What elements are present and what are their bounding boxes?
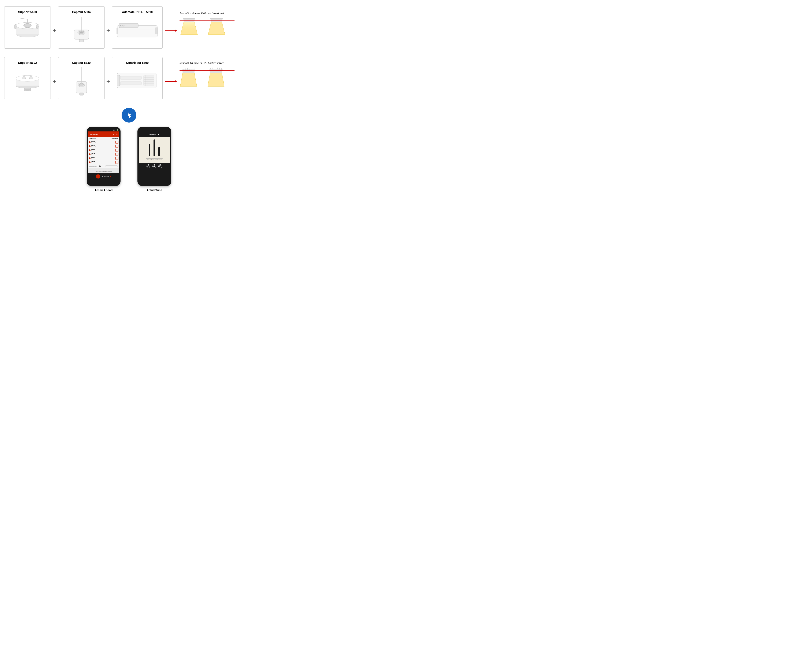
tune-btn-3[interactable] xyxy=(159,165,162,168)
svg-marker-78 xyxy=(208,73,224,87)
product-controleur-5609: Contrôleur 5609 Helv xyxy=(112,57,163,99)
svg-line-85 xyxy=(221,68,222,70)
adaptateur-5610-title: Adaptateur DALI 5610 xyxy=(122,11,153,14)
svg-rect-67 xyxy=(120,82,142,85)
bottom-btn-1[interactable] xyxy=(96,174,100,178)
support-5692-title: Support 5692 xyxy=(18,61,37,64)
lights-label-1: Jusqu'à 4 drivers DALI en broadcast xyxy=(180,12,224,15)
swipe-label: Swipe left on a device to dismiss it xyxy=(96,171,111,172)
svg-point-45 xyxy=(29,76,33,79)
bluetooth-svg xyxy=(125,111,133,119)
groups-label: 2 GROUPS xyxy=(89,138,96,139)
list-item-3: 020ME Ungroup xyxy=(89,149,118,152)
scanning-label: Scanning xyxy=(104,176,109,177)
tune-btn-2[interactable] xyxy=(153,165,156,168)
support-5692-svg xyxy=(14,69,41,94)
disconnect-btn[interactable]: Disconnect xyxy=(90,134,98,135)
activeahead-label: ActiveAhead xyxy=(95,189,113,192)
lights-area-1: Jusqu'à 4 drivers DALI en broadcast xyxy=(180,12,235,43)
svg-rect-66 xyxy=(120,76,142,79)
support-5693-svg xyxy=(14,18,41,44)
capteur-5630-title: Capteur 5630 xyxy=(72,61,91,64)
list-item-1: 001961 Group: Floor A xyxy=(89,141,118,144)
svg-rect-90 xyxy=(159,166,161,167)
support-5692-image xyxy=(6,67,49,97)
capteur-5630-image xyxy=(61,67,102,97)
tune-sliders xyxy=(149,139,160,156)
svg-point-87 xyxy=(148,166,149,167)
svg-point-13 xyxy=(80,32,83,33)
controleur-5609-title: Contrôleur 5609 xyxy=(126,61,149,64)
list-item-5: 65862 Ungroup xyxy=(89,157,118,160)
svg-rect-7 xyxy=(37,24,38,29)
svg-rect-65 xyxy=(117,75,120,86)
lights-svg-2 xyxy=(180,67,235,95)
plus-3: + xyxy=(52,71,56,85)
slider-3[interactable] xyxy=(159,147,160,156)
svg-line-80 xyxy=(210,68,211,70)
svg-line-84 xyxy=(219,68,220,70)
svg-line-75 xyxy=(192,68,192,70)
activeahead-bottom-bar: Scanning xyxy=(88,173,119,180)
list-item-2: 020TI Group: Floor A xyxy=(89,145,118,148)
svg-line-81 xyxy=(212,68,213,70)
page: Support 5693 xyxy=(0,0,258,198)
product-capteur-5630: Capteur 5630 xyxy=(58,57,105,99)
device-list: 001961 Group: Floor A 020TI Group: Floor… xyxy=(88,140,119,168)
svg-rect-14 xyxy=(79,39,84,42)
plus-1: + xyxy=(52,20,56,35)
svg-rect-47 xyxy=(25,89,30,91)
bluetooth-icon xyxy=(122,108,136,123)
svg-point-44 xyxy=(22,76,26,79)
product-support-5693: Support 5693 xyxy=(4,6,51,49)
activeahead-phone: ▮▯▯ ◈ 🔋 Disconnect ⊞ ⚙ 2 GROUPS 7 DEVICE… xyxy=(87,127,121,192)
product-support-5692: Support 5692 xyxy=(4,57,51,99)
lights-svg-1 xyxy=(180,18,235,43)
activetune-label: ActiveTune xyxy=(147,189,162,192)
arrow-line-1 xyxy=(165,30,175,31)
status-dot-4 xyxy=(89,154,90,155)
svg-point-89 xyxy=(154,166,155,167)
tune-btn-1[interactable] xyxy=(147,165,150,168)
svg-rect-55 xyxy=(143,75,154,86)
svg-rect-22 xyxy=(117,28,118,34)
activetune-phone: ← My Desk ♥ xyxy=(137,127,171,192)
swipe-text: Swipe left on a device to dismiss it xyxy=(88,168,119,173)
product-row-1: Support 5693 xyxy=(4,6,254,49)
svg-point-51 xyxy=(79,83,84,86)
plus-2: + xyxy=(106,20,110,35)
arrow-2 xyxy=(165,75,175,82)
arrow-1 xyxy=(165,24,175,31)
adaptateur-5610-image: Helvar xyxy=(114,16,160,46)
support-5693-title: Support 5693 xyxy=(18,11,37,14)
lights-label-2: Jusqu'à 16 drivers DALI adressables xyxy=(180,61,224,65)
status-dot-2 xyxy=(89,145,90,147)
svg-line-74 xyxy=(190,68,190,70)
svg-marker-69 xyxy=(180,73,197,87)
svg-line-83 xyxy=(217,68,218,70)
svg-marker-33 xyxy=(208,22,225,35)
list-item-6: 18048 Ungroup xyxy=(89,161,118,164)
controleur-5609-svg: Helvar xyxy=(116,71,159,92)
list-item-4: 17128 Ungroup xyxy=(89,153,118,156)
svg-line-71 xyxy=(183,68,183,70)
activetune-bottom xyxy=(139,163,170,169)
svg-point-43 xyxy=(16,75,39,81)
capteur-5634-title: Capteur 5634 xyxy=(72,11,91,14)
status-dot-3 xyxy=(89,149,90,151)
svg-rect-53 xyxy=(80,93,83,95)
slider-1[interactable] xyxy=(149,144,150,156)
svg-line-76 xyxy=(194,68,194,70)
svg-point-4 xyxy=(24,23,31,27)
activeahead-header: Disconnect ⊞ ⚙ xyxy=(88,131,119,137)
capteur-5630-svg xyxy=(68,67,95,96)
capteur-5634-svg xyxy=(68,17,95,44)
tune-notice: Keep holding to save the preset xyxy=(146,158,163,161)
slider-2[interactable] xyxy=(154,139,155,156)
diamond-device: Diamond Device ▼ xyxy=(89,165,118,168)
product-capteur-5634: Capteur 5634 xyxy=(58,6,105,49)
status-dot-6 xyxy=(89,162,90,163)
adaptateur-5610-svg: Helvar xyxy=(116,21,159,40)
capteur-5634-image xyxy=(61,16,102,46)
lights-row-1 xyxy=(180,18,235,43)
